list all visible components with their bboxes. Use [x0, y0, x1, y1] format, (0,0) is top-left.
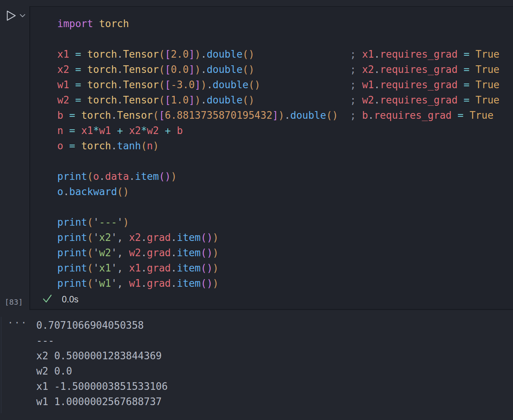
- code-token: Tensor: [123, 48, 159, 60]
- code-token: w2: [362, 94, 374, 106]
- code-token: ): [171, 171, 177, 182]
- code-token: 6.8813735870195432: [165, 110, 273, 121]
- code-token: ): [278, 110, 284, 121]
- code-line[interactable]: o = torch.tanh(n): [57, 138, 513, 153]
- code-token: double: [290, 110, 326, 121]
- code-token: .: [374, 79, 380, 90]
- code-line[interactable]: print('w1', w1.grad.item()): [57, 276, 513, 291]
- code-token: Tensor: [123, 79, 159, 90]
- code-token: ]: [189, 94, 195, 106]
- code-token: .: [368, 110, 374, 121]
- code-token: (: [87, 262, 93, 274]
- execution-count: [83]: [5, 297, 23, 307]
- code-token: (): [201, 262, 213, 274]
- output-line: x2 0.5000001283844369: [36, 348, 168, 363]
- code-token: double: [206, 64, 242, 75]
- code-line[interactable]: print('---'): [57, 215, 513, 230]
- code-token: ]: [189, 48, 195, 60]
- code-token: ': [93, 262, 99, 274]
- code-line[interactable]: o.backward(): [57, 184, 513, 199]
- code-token: .: [374, 64, 380, 75]
- chevron-down-icon: [19, 13, 26, 18]
- code-token: .: [141, 247, 147, 258]
- output-line: ---: [36, 333, 168, 348]
- code-line[interactable]: w2 = torch.Tensor([1.0]).double() ; w2.r…: [57, 92, 513, 108]
- code-line[interactable]: x2 = torch.Tensor([0.0]).double() ; x2.r…: [57, 62, 513, 77]
- code-token: item: [135, 171, 159, 182]
- code-line[interactable]: print('w2', w2.grad.item()): [57, 245, 513, 260]
- code-token: torch: [81, 140, 111, 152]
- code-cell: import torchx1 = torch.Tensor([2.0]).dou…: [29, 6, 513, 310]
- code-line[interactable]: import torch: [57, 16, 513, 31]
- code-token: .: [284, 110, 290, 121]
- code-token: =: [63, 125, 81, 136]
- code-token: requires_grad: [380, 48, 458, 60]
- output-line: w1 1.0000002567688737: [36, 394, 168, 409]
- code-token: (: [159, 94, 165, 106]
- code-token: print: [57, 278, 87, 289]
- code-token: =: [69, 48, 87, 60]
- output-line: x1 -1.5000003851533106: [36, 379, 168, 394]
- cell-run-controls: [5, 10, 26, 21]
- code-token: ;: [350, 94, 362, 106]
- run-cell-button[interactable]: [5, 10, 17, 21]
- code-line[interactable]: b = torch.Tensor([6.8813735870195432]).d…: [57, 108, 513, 123]
- code-line[interactable]: print('x2', x2.grad.item()): [57, 230, 513, 245]
- code-token: ;: [350, 64, 362, 75]
- execution-duration: 0.0s: [62, 294, 78, 305]
- code-token: x1: [99, 262, 111, 274]
- code-token: grad: [147, 232, 171, 243]
- code-token: (): [201, 247, 213, 258]
- code-token: ': [93, 232, 99, 243]
- code-token: .: [171, 247, 177, 258]
- code-editor[interactable]: import torchx1 = torch.Tensor([2.0]).dou…: [30, 7, 513, 291]
- code-token: x2: [57, 64, 69, 75]
- code-line[interactable]: print(o.data.item()): [57, 169, 513, 184]
- code-line[interactable]: x1 = torch.Tensor([2.0]).double() ; x1.r…: [57, 47, 513, 62]
- code-token: .: [117, 79, 123, 90]
- code-token: ]: [189, 64, 195, 75]
- code-token: ,: [117, 278, 129, 289]
- code-token: ,: [117, 262, 129, 274]
- code-token: =: [458, 64, 476, 75]
- code-token: .: [374, 94, 380, 106]
- code-line[interactable]: print('x1', x1.grad.item()): [57, 260, 513, 276]
- code-token: .: [374, 48, 380, 60]
- code-token: True: [476, 94, 500, 106]
- run-options-chevron[interactable]: [19, 13, 26, 18]
- code-token: [: [165, 48, 171, 60]
- code-token: ): [123, 216, 129, 228]
- code-token: print: [57, 262, 87, 274]
- code-token: w1: [362, 79, 374, 90]
- code-token: ': [111, 232, 117, 243]
- code-line[interactable]: w1 = torch.Tensor([-3.0]).double() ; w1.…: [57, 77, 513, 92]
- code-token: requires_grad: [380, 94, 458, 106]
- code-token: requires_grad: [374, 110, 452, 121]
- code-token: True: [476, 48, 500, 60]
- code-line[interactable]: [57, 153, 513, 169]
- code-line[interactable]: n = x1*w1 + x2*w2 + b: [57, 123, 513, 138]
- code-token: w1: [99, 278, 111, 289]
- code-line[interactable]: [57, 199, 513, 215]
- code-token: ;: [350, 48, 362, 60]
- code-token: tanh: [117, 140, 141, 152]
- code-token: w2: [99, 247, 111, 258]
- code-token: ): [201, 79, 207, 90]
- code-token: torch: [81, 110, 111, 121]
- code-token: x1: [129, 262, 141, 274]
- code-token: o: [57, 186, 63, 197]
- code-token: [: [159, 110, 165, 121]
- code-token: .: [111, 110, 117, 121]
- code-token: b: [362, 110, 368, 121]
- code-line[interactable]: [57, 31, 513, 47]
- code-token: (: [87, 171, 93, 182]
- code-token: import: [57, 18, 93, 29]
- code-token: w1: [129, 278, 141, 289]
- code-token: =: [458, 48, 476, 60]
- code-token: .: [141, 232, 147, 243]
- code-token: (: [159, 79, 165, 90]
- output-actions-ellipsis-icon[interactable]: ···: [8, 318, 27, 328]
- code-token: [93, 18, 99, 29]
- code-token: torch: [87, 79, 117, 90]
- code-token: (: [87, 216, 93, 228]
